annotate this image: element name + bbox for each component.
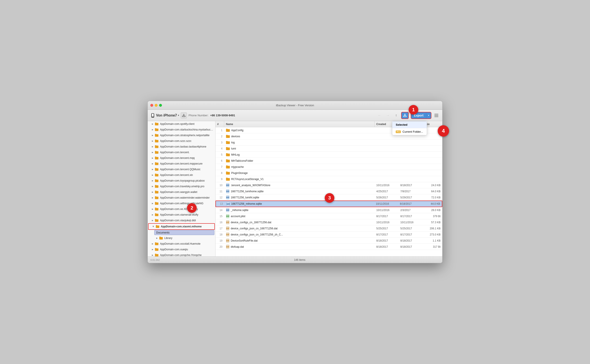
file-created [375,136,399,137]
file-name: FILE 166771256_lumihome.sqlite [224,188,375,194]
expand-arrow-icon: ▶ [151,145,154,148]
table-row[interactable]: 3 log [215,139,442,146]
file-created: 8/17/2017 [375,232,399,237]
chevron-down-icon: ▾ [178,114,179,117]
expand-arrow-icon: ▶ [151,179,154,182]
table-row[interactable]: 10 FILE .tencent_analysis_WXOMTAStore 10… [215,182,442,188]
table-row[interactable]: 4 lumi [215,146,442,152]
sidebar-item-starbucks[interactable]: ▶ AppDomain-com.starbuckschina.mystarbuc… [148,127,215,132]
table-row[interactable]: 9 RCTAsyncLocalStorage_V1 [215,176,442,182]
table-row[interactable]: 5 MHLog [215,152,442,158]
file-modified: 8/18/2017 [399,244,422,249]
folder-icon [155,242,159,246]
row-number: 6 [215,158,224,163]
table-row[interactable]: 20 FILE dtofuap.dat 8/18/2017 8/18/2017 … [215,244,442,250]
folder-icon [155,145,159,149]
file-modified: 8/18/2017 [399,183,422,188]
sidebar-item-szzc[interactable]: ▶ AppDomain-com.szzc.szzc [148,138,215,144]
table-row-selected[interactable]: 13 FILE 166771256_mihome.sqlite 10/11/20… [215,201,442,207]
sidebar-item-label: AppDomain-com.xiamenair.elufly [160,213,198,216]
sidebar-item-umetrip[interactable]: ▶ AppDomain-com.travelsky.umetrip.pro [148,183,215,189]
expand-arrow-icon: ▶ [151,123,154,125]
export-button[interactable]: Export ▾ [411,112,431,119]
file-modified: 10/11/2016 [399,220,422,225]
sidebar-item-xecurrency[interactable]: ▶ AppDomain-com.xe.XECurrency [148,206,215,212]
table-row[interactable]: 11 FILE 166771256_lumihome.sqlite 4/25/2… [215,188,442,195]
header-num: # [215,121,224,127]
export-arrow-icon: ▾ [426,112,431,118]
sidebar-item-xiamenair[interactable]: ▶ AppDomain-com.xiamenair.elufly [148,212,215,218]
sidebar-item-tencent-mqq[interactable]: ▶ AppDomain-com.tencent.mqq [148,155,215,161]
sidebar-item-label: AppDomain-com.toyopagroup.picaboo [160,179,205,182]
sidebar-item-yongche[interactable]: ▶ AppDomain-com.yongche.iYongche [148,252,215,256]
sidebar-item-huemote[interactable]: ▶ AppDomain-com.xocolatl.Huemote [148,241,215,247]
file-created: 8/17/2017 [375,214,399,219]
expand-arrow-icon: ▶ [151,219,154,222]
sidebar-item-xueqiu[interactable]: ▶ AppDomain-com.xueqiu [148,247,215,252]
up-button[interactable]: ↑ [393,112,399,119]
table-row[interactable]: 7 mjypcache [215,164,442,170]
file-type-icon: FILE [226,208,229,212]
table-row[interactable]: 14 FILE _mihome.sqlite 10/11/2016 2/3/20… [215,207,442,213]
file-created [375,142,399,143]
dropdown-selected[interactable]: Selected [392,121,427,128]
table-row[interactable]: 15 FILE account.plist 8/17/2017 8/17/201… [215,213,442,219]
table-row[interactable]: 12 FILE 166771256_lumiht.sqlite 5/26/201… [215,195,442,201]
export-icon-button[interactable] [401,112,409,119]
sidebar-item-withings[interactable]: ▶ AppDomain-com.withings.wiScaleNG [148,201,215,206]
sidebar-item-qqmusic[interactable]: ▶ AppDomain-com.tencent.QQMusic [148,167,215,172]
file-created: 5/26/2017 [375,195,399,200]
dropdown-current-folder[interactable]: Pro Current Folder... [392,128,427,135]
table-row[interactable]: 8 PluginStorage [215,170,442,176]
sidebar-item-stratospherix[interactable]: ▶ AppDomain-com.stratospherix.netportall… [148,132,215,138]
main-content: 2 ▶ AppDomain-com.spotify.client ▶ AppDo… [148,121,442,256]
file-size: 28.0 KB [422,208,442,213]
sidebar-item-picaboo[interactable]: ▶ AppDomain-com.toyopagroup.picaboo [148,178,215,183]
sidebar-item-wangyin[interactable]: ▶ AppDomain-com.wangyin.wallet [148,189,215,195]
forward-button[interactable]: → [385,112,391,119]
back-button[interactable]: ← [376,112,383,119]
sidebar-item-label: AppDomain-com.spotify.client [160,123,194,125]
row-number: 8 [215,171,224,176]
sidebar-item-documents[interactable]: Documents [154,230,214,235]
file-created [375,154,399,156]
close-button[interactable] [150,104,153,107]
file-name: PluginStorage [224,171,375,176]
sidebar-item-tencent[interactable]: ▶ AppDomain-com.tencent. [148,150,215,155]
row-number: 18 [215,232,224,237]
backup-export-icon[interactable] [181,112,187,118]
sidebar-item-spotify[interactable]: ▶ AppDomain-com.spotify.client [148,121,215,127]
row-number: 4 [215,146,224,151]
file-size [422,142,442,143]
sidebar-item-tencent-mqqsecure[interactable]: ▶ AppDomain-com.tencent.mqqsecure [148,161,215,167]
file-size: 24.0 KB [422,183,442,188]
sidebar-item-taobao[interactable]: ▶ AppDomain-com.taobao.taobao4iphone [148,144,215,150]
sidebar-item-library[interactable]: ▶ Library [148,235,215,241]
table-row[interactable]: 6 MHTabIconsFolder [215,158,442,164]
table-row[interactable]: 19 FILE DeviceSortRuleFile.dat 8/18/2017… [215,238,442,244]
file-size: 72.0 KB [422,195,442,200]
sidebar-item-label: AppDomain-com.starbuckschina.mystarbucks… [160,128,214,131]
sidebar-item-mihome[interactable]: ▶ AppDomain-com.xiaomi.mihome [148,223,215,230]
sidebar-item-didi[interactable]: ▶ AppDomain-com.xiaojukeji.didi [148,218,215,223]
file-name: FILE account.plist [224,214,375,219]
file-created [375,172,399,174]
device-selector[interactable]: Von iPhone7 ▾ [150,113,179,118]
svg-rect-4 [403,116,406,117]
file-name: FILE device_configs_json_cn_166771256_zh… [224,232,375,237]
menu-button[interactable] [433,112,440,119]
expand-arrow-icon: ▶ [151,202,154,205]
file-type-icon: FILE [226,227,229,230]
table-row[interactable]: 17 FILE device_configs_json_cn_166771256… [215,225,442,232]
sidebar-item-label: AppDomain-com.tencent.xin [160,174,193,176]
table-row[interactable]: 18 FILE device_configs_json_cn_166771256… [215,232,442,238]
header-name: Name [224,121,375,127]
sidebar-item-label: AppDomain-com.xe.XECurrency [160,208,198,211]
sidebar-item-waterminder[interactable]: ▶ AppDomain-com.waterminder.waterminder [148,195,215,201]
sidebar-item-tencent-xin[interactable]: ▶ AppDomain-com.tencent.xin [148,172,215,178]
minimize-button[interactable] [155,104,158,107]
file-name: MHTabIconsFolder [224,158,375,163]
expand-arrow-icon: ▶ [151,168,154,171]
maximize-button[interactable] [159,104,162,107]
table-row[interactable]: 16 FILE device_configs_cn_166771256.dat … [215,219,442,225]
